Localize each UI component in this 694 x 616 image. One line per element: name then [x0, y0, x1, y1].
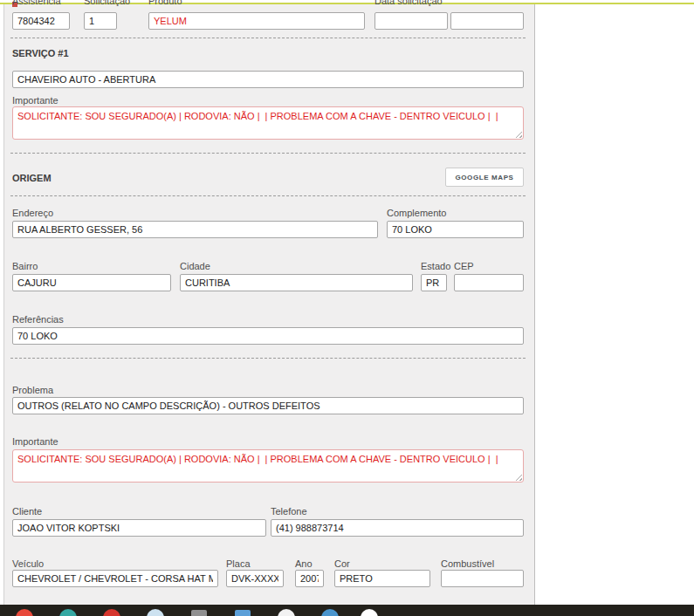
divider: [10, 358, 526, 359]
placa-input[interactable]: [226, 570, 284, 587]
ano-label: Ano: [295, 558, 313, 569]
google-maps-button[interactable]: GOOGLE MAPS: [445, 168, 524, 187]
endereco-label: Endereço: [12, 208, 53, 218]
estado-input[interactable]: [421, 274, 447, 291]
problema-label: Problema: [12, 385, 53, 395]
cor-label: Cor: [334, 558, 350, 569]
teal-app-icon[interactable]: [59, 609, 77, 616]
combustivel-label: Combustível: [441, 558, 494, 569]
problema-input[interactable]: [12, 397, 524, 414]
complemento-input[interactable]: [387, 221, 524, 238]
cidade-input[interactable]: [180, 274, 413, 291]
divider: [10, 153, 526, 154]
data-solicitacao-label: Data solicitação: [374, 0, 443, 6]
form-panel: [3, 4, 535, 605]
red-browser-icon[interactable]: [103, 609, 120, 616]
endereco-input[interactable]: [12, 221, 378, 238]
importante-label-1: Importante: [12, 95, 58, 106]
combustivel-input[interactable]: [441, 570, 524, 587]
divider: [10, 38, 526, 38]
telefone-label: Telefone: [271, 506, 307, 517]
ano-input[interactable]: [295, 570, 324, 587]
cep-input[interactable]: [454, 274, 524, 291]
referencias-label: Referências: [12, 314, 64, 325]
cidade-label: Cidade: [180, 261, 210, 271]
data-solicitacao-date-input[interactable]: [374, 12, 448, 30]
telefone-input[interactable]: [271, 519, 524, 537]
cliente-label: Cliente: [12, 506, 42, 517]
placa-label: Placa: [226, 558, 251, 569]
servico-input[interactable]: [12, 71, 524, 88]
problema-importante-textarea[interactable]: SOLICITANTE: SOU SEGURADO(A) | RODOVIA: …: [12, 449, 524, 483]
complemento-label: Complemento: [387, 208, 446, 218]
assistencia-label: Assistência: [12, 0, 61, 6]
bairro-input[interactable]: [12, 274, 171, 291]
servico-heading: SERVIÇO #1: [12, 48, 69, 58]
referencias-input[interactable]: [12, 327, 524, 345]
origem-heading: ORIGEM: [12, 173, 52, 183]
blue-app-icon[interactable]: [321, 609, 339, 616]
veiculo-label: Veículo: [12, 558, 44, 569]
white-app-icon-2[interactable]: [361, 609, 378, 616]
divider: [10, 195, 526, 196]
red-app-icon[interactable]: [16, 609, 33, 616]
cliente-input[interactable]: [12, 519, 266, 537]
data-solicitacao-time-input[interactable]: [450, 12, 524, 30]
servico-importante-textarea[interactable]: SOLICITANTE: SOU SEGURADO(A) | RODOVIA: …: [12, 106, 524, 140]
cor-input[interactable]: [334, 570, 430, 587]
monitor-app-icon[interactable]: [235, 610, 251, 616]
solicitacao-label: Solicitação: [84, 0, 130, 6]
solicitacao-input[interactable]: [84, 12, 117, 30]
taskbar: [0, 605, 694, 616]
importante-label-2: Importante: [12, 436, 58, 447]
produto-input[interactable]: [148, 12, 365, 30]
estado-label: Estado: [421, 261, 450, 271]
produto-label: Produto: [148, 0, 182, 6]
white-app-icon[interactable]: [278, 609, 295, 616]
veiculo-input[interactable]: [12, 570, 218, 587]
cep-label: CEP: [454, 261, 474, 271]
assistencia-input[interactable]: [12, 12, 70, 30]
lightblue-app-icon[interactable]: [147, 609, 164, 616]
bairro-label: Bairro: [12, 261, 38, 271]
folder-icon[interactable]: [191, 610, 207, 616]
page: { "theme": { "accent_line_color": "#ccd6…: [0, 0, 694, 616]
